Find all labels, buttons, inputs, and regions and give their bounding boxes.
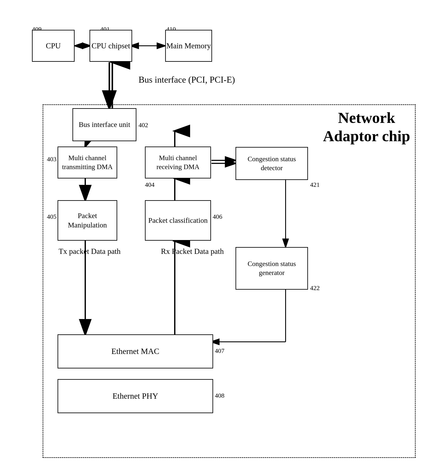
refnum-402: 402 <box>138 121 148 129</box>
refnum-406: 406 <box>213 213 222 220</box>
cpu-label: CPU <box>46 41 61 51</box>
ethernet-phy-box: Ethernet PHY <box>57 379 213 413</box>
ethernet-mac-label: Ethernet MAC <box>111 346 159 357</box>
congestion-detector-box: Congestion status detector <box>235 147 308 180</box>
rx-data-path-label: Rx Packet Data path <box>161 246 224 257</box>
network-adaptor-chip-title: Network Adaptor chip <box>318 109 416 146</box>
rx-dma-label: Multi channel receiving DMA <box>146 153 210 171</box>
refnum-403: 403 <box>47 155 57 163</box>
refnum-408: 408 <box>215 392 224 399</box>
tx-data-path-label: Tx packet Data path <box>59 246 121 257</box>
diagram-container: 409 401 410 CPU CPU chipset Main Memory … <box>26 9 422 466</box>
congestion-generator-label: Congestion status generator <box>236 259 307 277</box>
ethernet-phy-label: Ethernet PHY <box>113 391 158 401</box>
main-memory-label: Main Memory <box>167 41 211 51</box>
cpu-chipset-box: CPU chipset <box>90 30 132 62</box>
congestion-generator-box: Congestion status generator <box>235 247 308 290</box>
packet-classification-label: Packet classification <box>148 216 208 225</box>
tx-dma-label: Multi channel transmitting DMA <box>58 153 117 171</box>
packet-manipulation-box: Packet Manipulation <box>57 200 117 241</box>
rx-dma-box: Multi channel receiving DMA <box>145 147 211 178</box>
refnum-405: 405 <box>47 213 57 220</box>
bus-interface-unit-label: Bus interface unit <box>79 120 130 129</box>
main-memory-box: Main Memory <box>165 30 212 62</box>
refnum-421: 421 <box>310 181 320 188</box>
cpu-box: CPU <box>32 30 75 62</box>
refnum-404: 404 <box>145 181 155 188</box>
bus-interface-unit-box: Bus interface unit <box>72 108 136 141</box>
packet-classification-box: Packet classification <box>145 200 211 241</box>
packet-manipulation-label: Packet Manipulation <box>58 211 117 230</box>
cpu-chipset-label: CPU chipset <box>92 41 130 51</box>
ethernet-mac-box: Ethernet MAC <box>57 334 213 368</box>
bus-interface-label: Bus interface (PCI, PCI-E) <box>138 74 235 85</box>
refnum-422: 422 <box>310 284 320 292</box>
refnum-407: 407 <box>215 347 224 354</box>
tx-dma-box: Multi channel transmitting DMA <box>57 147 117 178</box>
congestion-detector-label: Congestion status detector <box>236 155 307 172</box>
